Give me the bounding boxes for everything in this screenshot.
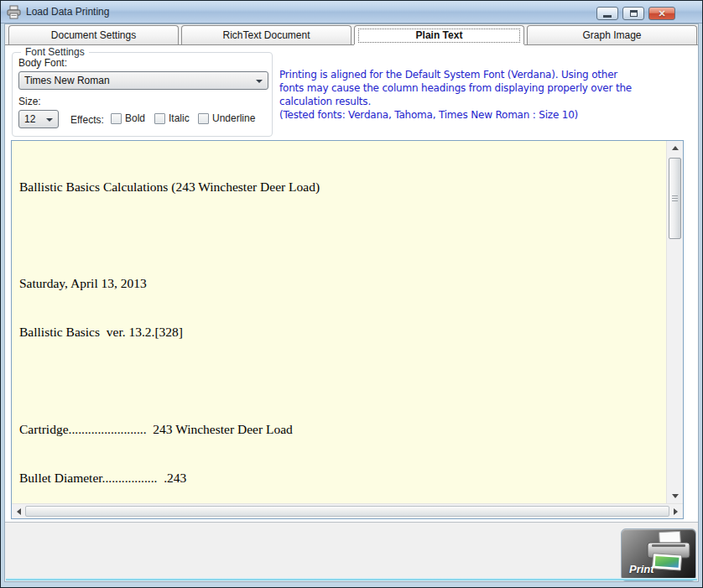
client-area: Document Settings RichText Document Plai… xyxy=(4,23,699,582)
minimize-icon xyxy=(603,15,612,18)
vertical-scroll-thumb[interactable] xyxy=(669,158,681,239)
close-button[interactable]: ✕ xyxy=(648,7,675,20)
italic-checkbox[interactable]: Italic xyxy=(154,112,190,124)
tab-plain-text[interactable]: Plain Text xyxy=(354,25,524,44)
size-label: Size: xyxy=(18,96,41,107)
horizontal-scroll-thumb[interactable] xyxy=(25,506,669,517)
notice-line: Printing is aligned for the Default Syst… xyxy=(279,68,687,81)
body-font-label: Body Font: xyxy=(18,57,67,69)
underline-checkbox[interactable]: Underline xyxy=(198,112,255,124)
horizontal-scrollbar[interactable] xyxy=(12,503,683,518)
maximize-icon xyxy=(630,10,638,17)
scroll-left-icon[interactable] xyxy=(17,508,21,515)
window-bottom-accent xyxy=(6,578,697,580)
doc-line: Ballistic Basics Calculations (243 Winch… xyxy=(19,179,664,195)
scroll-down-icon[interactable] xyxy=(672,494,679,498)
underline-checkbox-label: Underline xyxy=(212,112,255,124)
scroll-right-icon[interactable] xyxy=(674,508,678,515)
scroll-up-icon[interactable] xyxy=(672,146,679,150)
notice-line: calculation results. xyxy=(279,95,687,108)
print-button-label: Print xyxy=(629,563,654,575)
italic-checkbox-label: Italic xyxy=(169,112,190,124)
plain-text-tab-page: Font Settings Body Font: Times New Roman… xyxy=(5,44,698,523)
printer-icon xyxy=(7,5,21,19)
notice-line: fonts may cause the column headings from… xyxy=(279,81,687,95)
checkbox-icon xyxy=(154,113,165,124)
checkbox-icon xyxy=(198,113,209,124)
print-button[interactable]: Print xyxy=(621,528,696,581)
vertical-scrollbar[interactable] xyxy=(666,141,683,503)
doc-line: Cartridge........................ 243 Wi… xyxy=(19,421,664,437)
doc-line: Saturday, April 13, 2013 xyxy=(19,275,664,291)
maximize-button[interactable] xyxy=(622,7,644,20)
minimize-button[interactable] xyxy=(596,7,618,20)
body-font-dropdown[interactable]: Times New Roman xyxy=(18,71,268,90)
doc-line: Bullet Diameter................. .243 xyxy=(19,470,664,486)
checkbox-icon xyxy=(111,113,122,124)
tab-graph-image[interactable]: Graph Image xyxy=(527,25,697,44)
notice-line: (Tested fonts: Verdana, Tahoma, Times Ne… xyxy=(279,108,687,122)
bold-checkbox-label: Bold xyxy=(125,112,145,124)
doc-line xyxy=(19,372,664,388)
bold-checkbox[interactable]: Bold xyxy=(111,112,145,124)
font-settings-group-label: Font Settings xyxy=(21,46,89,58)
document-text[interactable]: Ballistic Basics Calculations (243 Winch… xyxy=(12,141,666,503)
doc-line: Ballistic Basics ver. 13.2.[328] xyxy=(19,324,664,340)
window-title: Load Data Printing xyxy=(26,6,109,18)
chevron-down-icon xyxy=(46,118,53,122)
effects-label: Effects: xyxy=(70,114,104,126)
size-value: 12 xyxy=(24,113,35,125)
app-window: Load Data Printing ✕ Document Settings R… xyxy=(0,0,703,588)
tab-strip: Document Settings RichText Document Plai… xyxy=(5,24,698,44)
body-font-value: Times New Roman xyxy=(24,75,110,86)
tab-richtext-document[interactable]: RichText Document xyxy=(181,25,352,44)
title-bar[interactable]: Load Data Printing ✕ xyxy=(1,1,702,23)
size-dropdown[interactable]: 12 xyxy=(18,110,59,128)
font-alignment-notice: Printing is aligned for the Default Syst… xyxy=(279,68,687,122)
plain-text-document: Ballistic Basics Calculations (243 Winch… xyxy=(11,140,684,519)
chevron-down-icon xyxy=(256,80,263,83)
close-icon: ✕ xyxy=(658,9,665,18)
doc-line xyxy=(19,226,664,242)
tab-document-settings[interactable]: Document Settings xyxy=(8,25,179,44)
